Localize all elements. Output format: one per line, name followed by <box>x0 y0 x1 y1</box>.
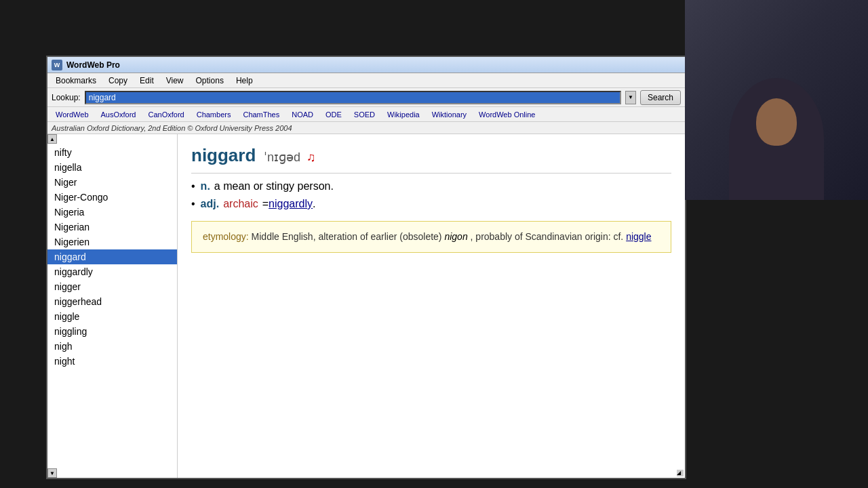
link-niggardly[interactable]: niggardly <box>269 198 313 210</box>
word-list-container: ▲ nifty nigella Niger Niger-Congo Nigeri… <box>47 134 178 478</box>
menu-bookmarks[interactable]: Bookmarks <box>50 75 102 87</box>
definition-entry-adj: • adj. archaic = niggardly . <box>191 198 671 210</box>
link-niggle[interactable]: niggle <box>626 231 651 242</box>
tab-wordweb-online[interactable]: WordWeb Online <box>473 109 540 120</box>
divider <box>191 173 671 174</box>
etymology-italic-word: nigon <box>444 231 467 242</box>
tab-chamthes[interactable]: ChamThes <box>237 109 285 120</box>
search-button[interactable]: Search <box>640 90 681 105</box>
bullet: • <box>191 198 195 210</box>
list-item-selected[interactable]: niggard <box>47 249 177 264</box>
etymology-box: etymology: Middle English, alteration of… <box>191 221 671 253</box>
etymology-label: etymology: <box>203 231 252 242</box>
menu-copy[interactable]: Copy <box>103 75 133 87</box>
headword: niggard <box>191 145 256 165</box>
tab-ode[interactable]: ODE <box>320 109 347 120</box>
tab-wikipedia[interactable]: Wikipedia <box>382 109 425 120</box>
tab-wiktionary[interactable]: Wiktionary <box>427 109 472 120</box>
main-content: ▲ nifty nigella Niger Niger-Congo Nigeri… <box>47 134 685 478</box>
lookup-input[interactable] <box>85 91 621 104</box>
pos-noun: n. <box>201 180 210 192</box>
status-bar: Australian Oxford Dictionary, 2nd Editio… <box>47 122 685 134</box>
def-text-noun: a mean or stingy person. <box>214 180 334 192</box>
lookup-label: Lookup: <box>52 93 81 102</box>
source-tabs: WordWeb AusOxford CanOxford Chambers Cha… <box>47 107 685 122</box>
app-icon: W <box>52 60 62 70</box>
list-item[interactable]: nigella <box>47 160 177 175</box>
list-item[interactable]: Nigerian <box>47 220 177 235</box>
menu-view[interactable]: View <box>161 75 189 87</box>
title-bar-text: WordWeb Pro <box>66 60 120 70</box>
headword-line: niggard ˈnɪɡəd ♫ <box>191 145 671 166</box>
title-bar: W WordWeb Pro <box>47 57 685 73</box>
pronunciation: ˈnɪɡəd <box>264 150 304 164</box>
list-item[interactable]: niggle <box>47 309 177 324</box>
definition-area: niggard ˈnɪɡəd ♫ • n. a mean or stingy p… <box>178 134 685 478</box>
resize-handle[interactable]: ◢ <box>677 470 684 476</box>
scroll-up-arrow[interactable]: ▲ <box>47 134 57 144</box>
list-item[interactable]: niggardly <box>47 264 177 279</box>
list-item[interactable]: Nigeria <box>47 205 177 220</box>
tab-ausoxford[interactable]: AusOxford <box>96 109 142 120</box>
tab-wordweb[interactable]: WordWeb <box>50 109 94 120</box>
equals-sign: = <box>262 198 269 210</box>
menu-options[interactable]: Options <box>191 75 229 87</box>
status-text: Australian Oxford Dictionary, 2nd Editio… <box>52 124 292 132</box>
register-archaic: archaic <box>223 198 258 210</box>
list-item[interactable]: niggling <box>47 324 177 339</box>
list-item[interactable]: Niger <box>47 175 177 190</box>
app-window: W WordWeb Pro Bookmarks Copy Edit View O… <box>46 56 686 479</box>
list-item[interactable]: Niger-Congo <box>47 190 177 205</box>
menu-bar: Bookmarks Copy Edit View Options Help <box>47 73 685 88</box>
webcam-area <box>685 0 868 200</box>
tab-canoxford[interactable]: CanOxford <box>142 109 189 120</box>
pos-adj: adj. <box>201 198 220 210</box>
scroll-down-arrow[interactable]: ▼ <box>47 468 57 478</box>
menu-help[interactable]: Help <box>231 75 258 87</box>
dropdown-arrow[interactable]: ▼ <box>625 91 636 104</box>
list-item[interactable]: nigh <box>47 339 177 354</box>
list-item[interactable]: niggerhead <box>47 294 177 309</box>
etymology-text2: , probably of Scandinavian origin: cf. <box>471 231 627 242</box>
definition-entry-noun: • n. a mean or stingy person. <box>191 180 671 192</box>
list-item[interactable]: Nigerien <box>47 235 177 249</box>
word-list: nifty nigella Niger Niger-Congo Nigeria … <box>47 144 177 468</box>
etymology-text: Middle English, alteration of earlier (o… <box>252 231 445 242</box>
lookup-bar: Lookup: ▼ Search <box>47 88 685 107</box>
tab-soed[interactable]: SOED <box>349 109 380 120</box>
list-item[interactable]: nigger <box>47 279 177 294</box>
list-item[interactable]: night <box>47 354 177 369</box>
menu-edit[interactable]: Edit <box>134 75 159 87</box>
tab-chambers[interactable]: Chambers <box>191 109 237 120</box>
bullet: • <box>191 180 195 192</box>
list-item[interactable]: nifty <box>47 145 177 160</box>
tab-noad[interactable]: NOAD <box>286 109 319 120</box>
audio-icon[interactable]: ♫ <box>307 150 316 164</box>
webcam-feed <box>685 0 868 200</box>
suffix: . <box>313 198 315 210</box>
